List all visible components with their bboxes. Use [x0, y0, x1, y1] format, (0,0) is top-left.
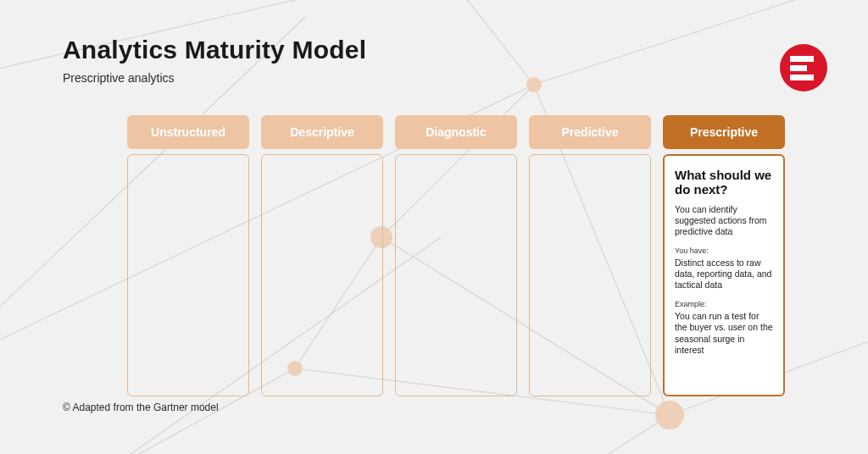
active-heading: What should we do next? — [675, 168, 773, 197]
column-header: Predictive — [529, 115, 651, 149]
active-example-text: You can run a test for the buyer vs. use… — [675, 311, 773, 357]
active-have-text: Distinct access to raw data, reporting d… — [675, 257, 773, 291]
column-header: Unstructured — [127, 115, 249, 149]
column-body — [395, 154, 517, 396]
column-body — [261, 154, 383, 396]
active-have-label: You have: — [675, 246, 773, 256]
column-header-active: Prescriptive — [663, 115, 785, 149]
column-unstructured: Unstructured — [127, 115, 249, 396]
column-predictive: Predictive — [529, 115, 651, 396]
maturity-columns: Unstructured Descriptive Diagnostic Pred… — [127, 115, 785, 396]
column-header: Descriptive — [261, 115, 383, 149]
brand-logo — [780, 44, 827, 91]
page-title: Analytics Maturity Model — [63, 36, 366, 64]
active-summary: You can identify suggested actions from … — [675, 204, 773, 238]
page-subtitle: Prescriptive analytics — [63, 71, 175, 85]
column-body — [127, 154, 249, 396]
column-diagnostic: Diagnostic — [395, 115, 517, 396]
column-header: Diagnostic — [395, 115, 517, 149]
column-body-active: What should we do next? You can identify… — [663, 154, 785, 396]
column-prescriptive: Prescriptive What should we do next? You… — [663, 115, 785, 396]
active-example-label: Example: — [675, 300, 773, 309]
column-body — [529, 154, 651, 396]
footer-note: © Adapted from the Gartner model — [63, 401, 219, 413]
column-descriptive: Descriptive — [261, 115, 383, 396]
